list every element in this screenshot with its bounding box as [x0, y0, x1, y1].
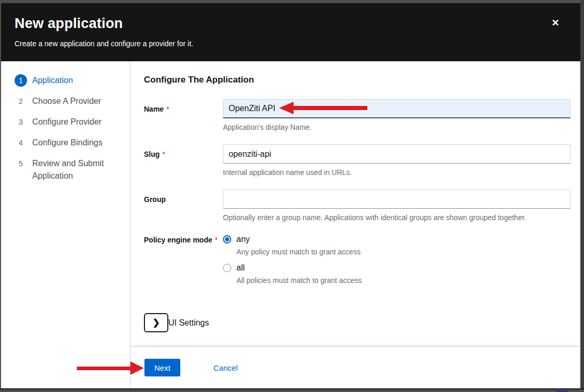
- slug-label: Slug: [144, 150, 160, 158]
- wizard-nav: 1 Application 2 Choose A Provider 3 Conf…: [1, 61, 130, 388]
- form-content: Configure The Application Name* Applicat…: [130, 61, 580, 346]
- group-field[interactable]: [223, 190, 570, 209]
- name-label-col: Name*: [144, 99, 223, 131]
- step-number: 5: [15, 157, 27, 170]
- wizard-step-review-submit[interactable]: 5 Review and Submit Application: [15, 157, 121, 182]
- name-row: Name* Application's display Name.: [144, 99, 570, 131]
- step-number: 3: [15, 116, 27, 128]
- policy-option-any[interactable]: any: [223, 235, 570, 244]
- step-number: 1: [15, 74, 27, 87]
- wizard-step-choose-provider[interactable]: 2 Choose A Provider: [15, 95, 121, 107]
- step-label: Configure Provider: [32, 116, 101, 128]
- policy-label: Policy engine mode: [144, 236, 212, 244]
- group-helper: Optionally enter a group name. Applicati…: [223, 213, 570, 222]
- wizard-step-configure-provider[interactable]: 3 Configure Provider: [15, 116, 121, 128]
- backdrop-edge-bottom: [0, 388, 584, 392]
- radio-any-label: any: [236, 235, 250, 244]
- name-helper: Application's display Name.: [223, 123, 570, 131]
- step-number: 2: [15, 95, 27, 107]
- radio-all-label: all: [236, 263, 245, 273]
- step-label: Review and Submit Application: [32, 157, 121, 182]
- new-application-modal: New application Create a new application…: [1, 3, 580, 388]
- group-label-col: Group: [144, 190, 223, 222]
- slug-control-col: Internal application name used in URLs.: [223, 144, 570, 177]
- policy-option-all[interactable]: all: [223, 263, 570, 273]
- radio-any-icon[interactable]: [223, 235, 231, 244]
- required-asterisk: *: [162, 150, 165, 158]
- ui-settings-label: UI Settings: [168, 318, 209, 328]
- next-button[interactable]: Next: [144, 359, 180, 376]
- close-icon[interactable]: ✕: [549, 17, 562, 29]
- group-label: Group: [144, 195, 166, 204]
- name-label: Name: [144, 105, 164, 113]
- policy-row: Policy engine mode* any Any policy must …: [144, 235, 570, 292]
- modal-title: New application: [15, 16, 567, 32]
- step-label: Configure Bindings: [32, 137, 102, 149]
- name-field[interactable]: [223, 99, 570, 118]
- modal-header: New application Create a new application…: [1, 3, 580, 61]
- slug-helper: Internal application name used in URLs.: [223, 168, 570, 177]
- group-row: Group Optionally enter a group name. App…: [144, 190, 570, 222]
- cancel-button[interactable]: Cancel: [214, 363, 238, 372]
- step-label: Choose A Provider: [32, 95, 101, 107]
- policy-all-helper: All policies must match to grant access: [236, 276, 570, 285]
- ui-settings-toggle[interactable]: ❯: [144, 313, 168, 332]
- slug-row: Slug* Internal application name used in …: [144, 144, 570, 177]
- backdrop-edge-right: [580, 0, 584, 392]
- ui-settings-row: ❯ UI Settings: [144, 313, 570, 332]
- page-title: Configure The Application: [144, 75, 570, 85]
- policy-control-col: any Any policy must match to grant acces…: [223, 235, 570, 292]
- slug-label-col: Slug*: [144, 144, 223, 177]
- policy-label-col: Policy engine mode*: [144, 235, 223, 292]
- step-number: 4: [15, 137, 27, 149]
- required-asterisk: *: [215, 236, 217, 244]
- radio-all-icon[interactable]: [223, 264, 231, 272]
- modal-footer: Next Cancel: [130, 346, 580, 388]
- slug-field[interactable]: [223, 144, 570, 164]
- group-control-col: Optionally enter a group name. Applicati…: [223, 190, 570, 222]
- required-asterisk: *: [166, 105, 169, 113]
- wizard-step-application[interactable]: 1 Application: [15, 74, 121, 87]
- step-label: Application: [32, 74, 73, 87]
- chevron-right-icon: ❯: [152, 317, 160, 328]
- wizard-step-configure-bindings[interactable]: 4 Configure Bindings: [15, 137, 121, 149]
- modal-subtitle: Create a new application and configure a…: [15, 39, 567, 48]
- main-column: Configure The Application Name* Applicat…: [130, 61, 580, 388]
- name-control-col: Application's display Name.: [223, 99, 570, 131]
- policy-any-helper: Any policy must match to grant access: [236, 248, 570, 256]
- modal-body: 1 Application 2 Choose A Provider 3 Conf…: [1, 61, 580, 388]
